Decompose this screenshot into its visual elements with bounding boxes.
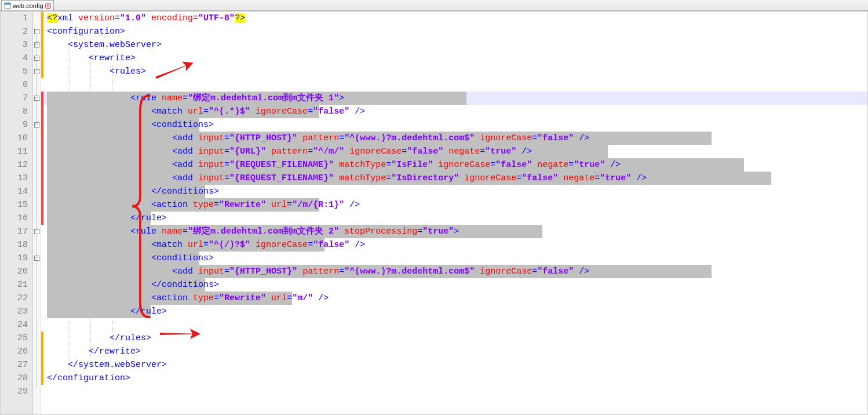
line-number: 8 bbox=[1, 105, 28, 118]
code-line[interactable]: <add input="{HTTP_HOST}" pattern="^(www.… bbox=[43, 132, 589, 145]
code-line[interactable]: <rule name="绑定m.dedehtml.com到m文件夹 2" sto… bbox=[43, 225, 459, 238]
line-number: 21 bbox=[1, 278, 28, 292]
code-line[interactable]: </configuration> bbox=[43, 372, 130, 385]
line-number: 29 bbox=[1, 385, 28, 398]
code-line[interactable]: </conditions> bbox=[43, 185, 219, 198]
code-line[interactable]: <configuration> bbox=[43, 25, 125, 38]
file-icon bbox=[4, 2, 11, 9]
line-number: 19 bbox=[1, 252, 28, 265]
code-line[interactable]: <rule name="绑定m.dedehtml.com到m文件夹 1"> bbox=[43, 92, 344, 105]
fold-toggle[interactable]: − bbox=[34, 256, 39, 261]
line-number: 17 bbox=[1, 225, 28, 238]
line-number: 5 bbox=[1, 65, 28, 78]
code-area[interactable]: <?xml version="1.0" encoding="UTF-8"?><c… bbox=[43, 12, 867, 414]
code-line[interactable]: </rule> bbox=[43, 212, 167, 225]
line-number: 10 bbox=[1, 132, 28, 145]
line-number: 16 bbox=[1, 212, 28, 225]
line-number: 20 bbox=[1, 265, 28, 278]
fold-toggle[interactable]: − bbox=[34, 229, 39, 234]
code-line[interactable]: <add input="{URL}" pattern="^/m/" ignore… bbox=[43, 145, 532, 158]
code-editor[interactable]: 1234567891011121314151617181920212223242… bbox=[0, 11, 868, 415]
line-number: 15 bbox=[1, 198, 28, 212]
line-number: 25 bbox=[1, 332, 28, 345]
code-line[interactable]: </conditions> bbox=[43, 278, 219, 292]
code-line[interactable]: <?xml version="1.0" encoding="UTF-8"?> bbox=[43, 12, 245, 25]
line-number: 9 bbox=[1, 118, 28, 132]
line-number: 2 bbox=[1, 25, 28, 38]
line-number: 12 bbox=[1, 158, 28, 172]
code-line[interactable]: <match url="^(.*)$" ignoreCase="false" /… bbox=[43, 105, 365, 118]
code-line[interactable]: <action type="Rewrite" url="/m/{R:1}" /> bbox=[43, 198, 360, 212]
fold-toggle[interactable]: − bbox=[34, 42, 39, 48]
line-number: 18 bbox=[1, 238, 28, 252]
code-line[interactable]: <system.webServer> bbox=[43, 38, 162, 52]
line-number: 7 bbox=[1, 92, 28, 105]
code-line[interactable]: </rule> bbox=[43, 305, 167, 318]
line-number: 14 bbox=[1, 185, 28, 198]
code-line[interactable]: <match url="^(/)?$" ignoreCase="false" /… bbox=[43, 238, 365, 252]
code-line[interactable]: <add input="{HTTP_HOST}" pattern="^(www.… bbox=[43, 265, 589, 278]
code-line[interactable]: <rules> bbox=[43, 65, 146, 78]
fold-toggle[interactable]: − bbox=[34, 56, 39, 61]
code-line[interactable]: <add input="{REQUEST_FILENAME}" matchTyp… bbox=[43, 158, 621, 172]
code-line[interactable]: <rewrite> bbox=[43, 52, 136, 65]
line-number: 6 bbox=[1, 78, 28, 92]
line-number: 11 bbox=[1, 145, 28, 158]
fold-gutter[interactable]: −−−−−−−− bbox=[33, 12, 41, 414]
line-number: 28 bbox=[1, 372, 28, 385]
line-number: 27 bbox=[1, 358, 28, 372]
line-number: 4 bbox=[1, 52, 28, 65]
tab-filename: web.config bbox=[13, 2, 43, 9]
line-number-gutter: 1234567891011121314151617181920212223242… bbox=[1, 12, 33, 414]
code-line[interactable]: <add input="{REQUEST_FILENAME}" matchTyp… bbox=[43, 172, 647, 185]
fold-toggle[interactable]: − bbox=[34, 29, 39, 34]
fold-toggle[interactable]: − bbox=[34, 96, 39, 101]
line-number: 24 bbox=[1, 318, 28, 332]
code-line[interactable]: </system.webServer> bbox=[43, 358, 167, 372]
code-line[interactable]: </rules> bbox=[43, 332, 151, 345]
code-line[interactable]: <conditions> bbox=[43, 118, 214, 132]
code-line[interactable]: <action type="Rewrite" url="m/" /> bbox=[43, 292, 329, 305]
line-number: 23 bbox=[1, 305, 28, 318]
tab-close-icon[interactable]: × bbox=[45, 3, 51, 9]
line-number: 26 bbox=[1, 345, 28, 358]
line-number: 1 bbox=[1, 12, 28, 25]
svg-rect-1 bbox=[5, 3, 10, 5]
fold-toggle[interactable]: − bbox=[34, 122, 39, 128]
fold-toggle[interactable]: − bbox=[34, 69, 39, 74]
file-tab[interactable]: web.config × bbox=[1, 0, 54, 10]
code-line[interactable]: </rewrite> bbox=[43, 345, 141, 358]
line-number: 3 bbox=[1, 38, 28, 52]
code-line[interactable]: <conditions> bbox=[43, 252, 214, 265]
line-number: 22 bbox=[1, 292, 28, 305]
line-number: 13 bbox=[1, 172, 28, 185]
tab-bar: web.config × bbox=[0, 0, 868, 11]
